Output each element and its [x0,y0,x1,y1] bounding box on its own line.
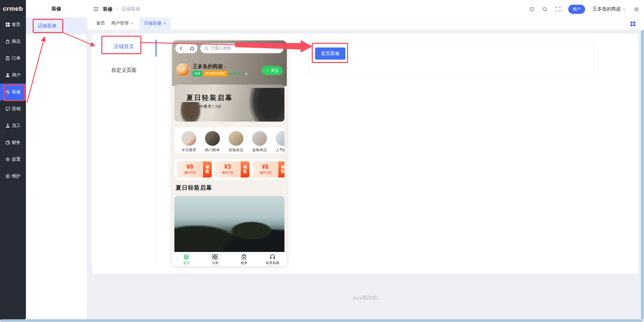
coupon-claim-button[interactable]: 领取 [203,161,212,178]
staff-icon [5,123,10,128]
sidebar-item-products[interactable]: 商品 [0,33,26,50]
phone-preview: 兰蔻小黑瓶 王多鱼的商超 › 自营 测试测试店铺1 ★★★★★ ♡ 关注 [172,40,287,266]
coupon-claim-button[interactable]: 领取 [278,161,284,178]
category-item[interactable]: 促销单品 [249,131,270,154]
main-nav: 首页 商品 订单 用户 装修 营销 员工 财务 [0,16,26,185]
phone-store-info: 王多鱼的商超 › 自营 测试测试店铺1 ★★★★★ ♡ 关注 [176,63,283,79]
heart-icon: ♡ [266,68,269,73]
category-grid-icon [212,254,218,260]
back-icon[interactable] [179,46,184,51]
banner-figure-right [249,88,284,122]
phone-tab-coupon[interactable]: 领券 [230,252,258,266]
banner-subtitle: 2件叠享7.5折 [174,104,245,109]
topbar-actions: 商户 王多鱼的商超 [529,0,639,18]
phone-tab-service[interactable]: 联系客服 [258,252,287,266]
merchant-role-badge[interactable]: 商户 [568,5,585,14]
coupon-amount: ¥6 [262,164,269,170]
category-image [276,131,284,146]
order-icon [5,56,10,61]
gear-icon[interactable] [634,6,639,12]
fullscreen-icon[interactable] [555,6,561,12]
merchant-dropdown[interactable]: 王多鱼的商超 [592,6,626,12]
maintain-icon [5,174,10,179]
app-logo: crmeb [0,0,26,18]
sidebar-item-finance[interactable]: 财务 [0,134,26,151]
banner-image[interactable]: 夏日轻装启幕 2件叠享7.5折 [174,85,284,122]
coupon-amount: ¥3 [224,164,231,170]
breadcrumb-page: 店铺装修 [122,6,140,12]
marketing-icon [5,106,10,111]
phone-tab-category[interactable]: 分类 [201,252,229,266]
phone-nav-pill [175,43,198,53]
coupon-condition: 满0可用 [222,170,234,175]
section-title: 夏日轻装启幕 [176,184,212,192]
refresh-icon[interactable] [529,6,535,12]
category-item[interactable]: 热门榜单 [202,131,223,154]
page-tabbar: 首页 用户管理 × 店铺装修 × [87,19,644,30]
coupon-row: ¥8满0可用 领取 ¥3满0可用 领取 ¥6满0可用 领取 [174,159,284,180]
breadcrumb-section[interactable]: 装修 [103,6,113,12]
search-icon [204,46,209,51]
category-image [252,131,267,146]
sidebar-item-maintain[interactable]: 维护 [0,168,26,185]
category-item[interactable]: 首发新品 [226,131,246,154]
category-menu: 今日推荐 热门榜单 首发新品 促销单品 人气好物 [174,127,284,154]
store-avatar[interactable] [176,63,190,77]
sub-sidebar-title: 装修 [26,0,87,18]
category-item[interactable]: 今日推荐 [178,131,199,154]
coupon-ticket-icon [241,254,247,260]
tab-user-management[interactable]: 用户管理 × [111,20,133,30]
coupon-claim-button[interactable]: 领取 [241,161,249,178]
sidebar-item-marketing[interactable]: 营销 [0,100,26,117]
store-name[interactable]: 王多鱼的商超 › [193,63,226,70]
collapse-menu-icon[interactable] [93,6,99,12]
tab-shop-decorate[interactable]: 店铺装修 × [139,18,171,30]
topbar: 装修 / 店铺装修 商户 王多鱼的商超 [87,0,644,19]
category-image [181,131,196,146]
settings-icon [5,157,10,162]
category-item[interactable]: 人气好物 [273,131,284,154]
store-badges: 自营 测试测试店铺1 ★★★★★ [193,71,248,76]
content-card: 店铺首页 自定义页面 兰蔻小黑瓶 王多鱼的商超 [92,34,638,273]
coupon-item[interactable]: ¥6满0可用 领取 [252,161,284,178]
sidebar-item-decorate[interactable]: 装修 [0,84,26,100]
tab-home[interactable]: 首页 [96,20,105,30]
phone-tabbar: 首页 分类 领券 联系客服 [172,252,287,266]
pill-divider [187,46,187,51]
vertical-scrollbar[interactable] [641,30,644,319]
horizontal-scrollbar[interactable] [0,319,643,322]
follow-button[interactable]: ♡ 关注 [262,66,283,75]
test-store-badge: 测试测试店铺1 [204,71,227,76]
panel-item-custom-page[interactable]: 自定义页面 [92,63,156,77]
home-decorate-button[interactable]: 首页装修 [315,47,345,60]
phone-search-bar[interactable]: 兰蔻小黑瓶 [200,43,283,53]
sidebar-item-home[interactable]: 首页 [0,16,26,33]
chevron-right-icon: › [224,64,226,69]
search-icon[interactable] [542,6,548,12]
tab-options-icon[interactable] [631,22,635,26]
self-operated-badge: 自营 [193,71,202,76]
sub-sidebar: 装修 店铺装修 [26,0,87,320]
phone-nav-row: 兰蔻小黑瓶 [175,43,283,53]
sidebar-item-orders[interactable]: 订单 [0,50,26,67]
close-icon[interactable]: × [131,21,133,26]
coupon-item[interactable]: ¥8满0可用 领取 [177,161,212,178]
finance-icon [5,140,10,145]
phone-tab-home[interactable]: 首页 [172,252,201,266]
sidebar-item-users[interactable]: 用户 [0,67,26,84]
active-panel-indicator [156,40,157,57]
sidebar-item-staff[interactable]: 员工 [0,117,26,134]
grid-icon [5,22,10,27]
home-icon[interactable] [190,46,195,51]
decorate-action-panel: 首页装修 [309,40,595,77]
chevron-down-icon [622,7,626,11]
sub-sidebar-item-shop-decorate[interactable]: 店铺装修 [26,18,87,34]
page-footer: Java项目组1 [87,295,644,301]
panel-item-store-home[interactable]: 店铺首页 [92,39,156,54]
close-icon[interactable]: × [164,21,166,26]
category-image [229,131,243,146]
promo-photo[interactable] [174,196,284,252]
coupon-item[interactable]: ¥3满0可用 领取 [214,161,249,178]
search-keyword: 兰蔻小黑瓶 [211,45,231,51]
sidebar-item-settings[interactable]: 设置 [0,151,26,168]
